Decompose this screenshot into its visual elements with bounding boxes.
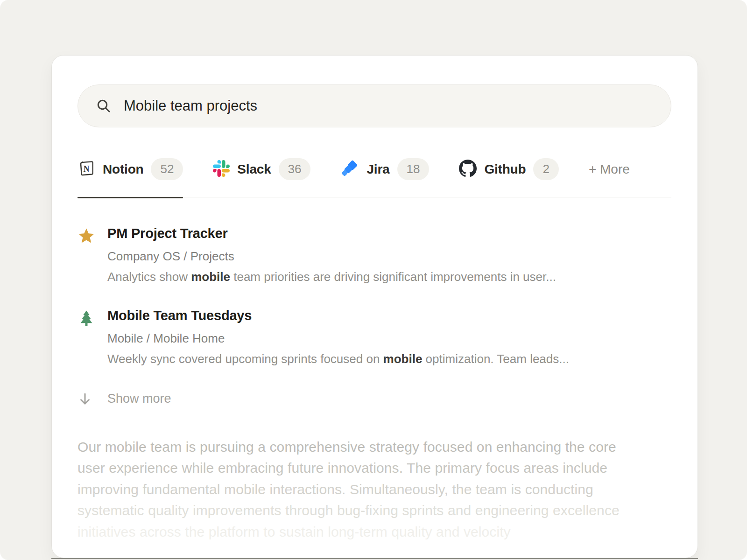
preview-line: systematic quality improvements through … [78, 500, 671, 521]
tab-jira[interactable]: Jira 18 [340, 158, 429, 180]
result-snippet: Weekly sync covered upcoming sprints foc… [107, 352, 569, 366]
tab-notion-count-badge: 52 [151, 158, 183, 180]
tab-slack-label: Slack [237, 162, 271, 177]
preview-line: initiatives across the platform to susta… [78, 521, 671, 543]
snippet-highlight: mobile [383, 352, 423, 366]
result-breadcrumb: Mobile / Mobile Home [107, 331, 569, 346]
result-item-pm-project-tracker[interactable]: PM Project Tracker Company OS / Projects… [78, 226, 671, 284]
tree-icon [78, 308, 95, 366]
snippet-highlight: mobile [191, 270, 230, 284]
tab-jira-label: Jira [366, 162, 389, 177]
notion-icon: N [78, 160, 95, 179]
search-bar[interactable] [78, 84, 671, 127]
preview-text: Our mobile team is pursuing a comprehens… [78, 436, 671, 543]
arrow-down-icon [78, 392, 95, 406]
tab-more[interactable]: + More [589, 162, 630, 177]
svg-text:N: N [84, 164, 90, 174]
result-title: PM Project Tracker [107, 226, 556, 241]
star-icon [78, 226, 95, 284]
search-panel: N Notion 52 Slack 36 [51, 55, 698, 558]
preview-line: user experience while embracing future i… [78, 457, 671, 479]
search-icon [96, 98, 112, 114]
slack-icon [213, 160, 230, 179]
tab-slack[interactable]: Slack 36 [213, 158, 310, 180]
show-more-label: Show more [107, 392, 171, 406]
jira-icon [340, 159, 359, 180]
tab-notion[interactable]: N Notion 52 [78, 158, 183, 180]
result-item-mobile-team-tuesdays[interactable]: Mobile Team Tuesdays Mobile / Mobile Hom… [78, 308, 671, 366]
page-fold-divider [51, 558, 698, 559]
tab-notion-label: Notion [103, 162, 143, 177]
tab-jira-count-badge: 18 [397, 158, 430, 180]
github-icon [459, 160, 477, 179]
tab-github-count-badge: 2 [533, 158, 558, 180]
results-list: PM Project Tracker Company OS / Projects… [78, 226, 671, 366]
tab-github[interactable]: Github 2 [459, 158, 558, 180]
preview-line: improving fundamental mobile interaction… [78, 479, 671, 500]
tab-github-label: Github [484, 162, 526, 177]
app-background: N Notion 52 Slack 36 [0, 0, 747, 560]
search-input[interactable] [124, 98, 653, 114]
show-more-button[interactable]: Show more [78, 392, 671, 406]
tab-slack-count-badge: 36 [279, 158, 311, 180]
result-breadcrumb: Company OS / Projects [107, 249, 556, 264]
result-snippet: Analytics show mobile team priorities ar… [107, 270, 556, 284]
result-title: Mobile Team Tuesdays [107, 308, 569, 323]
tabs-bar: N Notion 52 Slack 36 [78, 158, 671, 197]
preview-line: Our mobile team is pursuing a comprehens… [78, 436, 671, 458]
